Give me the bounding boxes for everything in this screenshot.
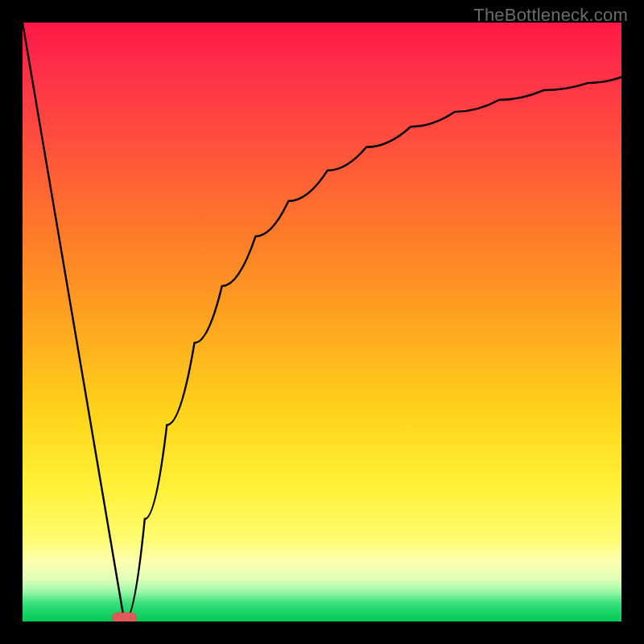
- bottleneck-curve: [23, 23, 621, 621]
- curve-left-branch: [23, 23, 124, 621]
- curve-right-branch: [124, 77, 621, 621]
- minimum-marker: [112, 613, 136, 621]
- chart-frame: TheBottleneck.com: [0, 0, 644, 644]
- plot-area: [23, 23, 621, 621]
